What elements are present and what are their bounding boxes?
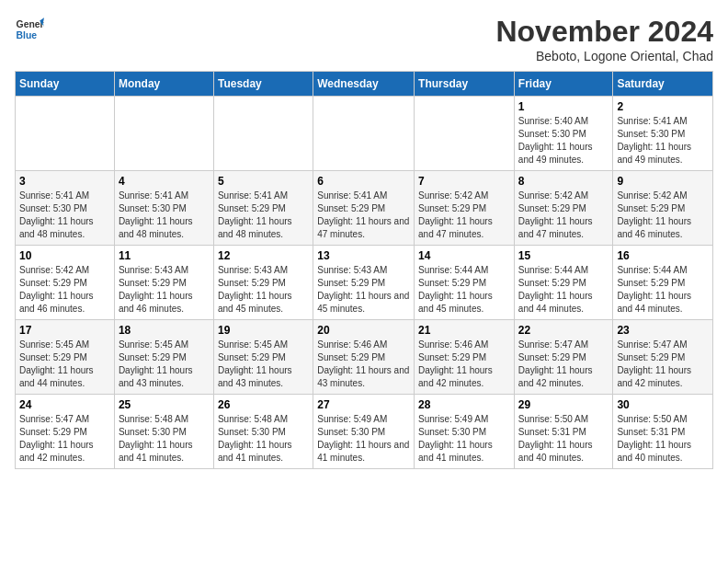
day-number: 20 <box>317 324 410 337</box>
day-info: Sunrise: 5:44 AM Sunset: 5:29 PM Dayligh… <box>617 264 709 316</box>
calendar-body: 1Sunrise: 5:40 AM Sunset: 5:30 PM Daylig… <box>16 97 713 469</box>
day-number: 3 <box>19 175 110 188</box>
header-cell-wednesday: Wednesday <box>313 72 415 97</box>
day-number: 5 <box>218 175 309 188</box>
day-cell: 2Sunrise: 5:41 AM Sunset: 5:30 PM Daylig… <box>613 97 713 171</box>
day-number: 14 <box>418 249 510 262</box>
day-number: 16 <box>617 249 709 262</box>
day-cell: 5Sunrise: 5:41 AM Sunset: 5:29 PM Daylig… <box>213 171 313 246</box>
header-cell-thursday: Thursday <box>415 72 515 97</box>
header-cell-friday: Friday <box>514 72 613 97</box>
day-cell: 20Sunrise: 5:46 AM Sunset: 5:29 PM Dayli… <box>313 320 415 395</box>
day-cell <box>114 97 213 171</box>
day-cell: 9Sunrise: 5:42 AM Sunset: 5:29 PM Daylig… <box>613 171 713 246</box>
day-cell: 11Sunrise: 5:43 AM Sunset: 5:29 PM Dayli… <box>114 246 213 320</box>
svg-text:General: General <box>17 19 44 29</box>
svg-text:Blue: Blue <box>17 30 38 40</box>
day-number: 1 <box>518 100 609 113</box>
day-cell: 15Sunrise: 5:44 AM Sunset: 5:29 PM Dayli… <box>514 246 613 320</box>
day-info: Sunrise: 5:49 AM Sunset: 5:30 PM Dayligh… <box>317 413 410 465</box>
day-number: 8 <box>518 175 609 188</box>
day-number: 29 <box>518 398 609 411</box>
day-number: 21 <box>418 324 510 337</box>
day-info: Sunrise: 5:48 AM Sunset: 5:30 PM Dayligh… <box>119 413 210 465</box>
day-cell: 10Sunrise: 5:42 AM Sunset: 5:29 PM Dayli… <box>16 246 115 320</box>
day-cell: 21Sunrise: 5:46 AM Sunset: 5:29 PM Dayli… <box>415 320 515 395</box>
day-cell: 12Sunrise: 5:43 AM Sunset: 5:29 PM Dayli… <box>213 246 313 320</box>
day-info: Sunrise: 5:42 AM Sunset: 5:29 PM Dayligh… <box>418 190 510 241</box>
day-number: 12 <box>218 249 309 262</box>
day-info: Sunrise: 5:47 AM Sunset: 5:29 PM Dayligh… <box>518 339 609 390</box>
day-number: 30 <box>617 398 709 411</box>
day-number: 4 <box>119 175 210 188</box>
day-number: 2 <box>617 100 709 113</box>
day-info: Sunrise: 5:41 AM Sunset: 5:29 PM Dayligh… <box>317 190 410 241</box>
day-cell <box>213 97 313 171</box>
day-info: Sunrise: 5:45 AM Sunset: 5:29 PM Dayligh… <box>218 339 309 390</box>
day-cell: 6Sunrise: 5:41 AM Sunset: 5:29 PM Daylig… <box>313 171 415 246</box>
day-cell: 16Sunrise: 5:44 AM Sunset: 5:29 PM Dayli… <box>613 246 713 320</box>
calendar-table: SundayMondayTuesdayWednesdayThursdayFrid… <box>15 71 713 469</box>
day-info: Sunrise: 5:42 AM Sunset: 5:29 PM Dayligh… <box>518 190 609 241</box>
week-row-2: 3Sunrise: 5:41 AM Sunset: 5:30 PM Daylig… <box>16 171 713 246</box>
day-cell: 29Sunrise: 5:50 AM Sunset: 5:31 PM Dayli… <box>514 395 613 469</box>
day-cell: 23Sunrise: 5:47 AM Sunset: 5:29 PM Dayli… <box>613 320 713 395</box>
day-cell <box>415 97 515 171</box>
day-number: 27 <box>317 398 410 411</box>
day-info: Sunrise: 5:45 AM Sunset: 5:29 PM Dayligh… <box>119 339 210 390</box>
day-info: Sunrise: 5:41 AM Sunset: 5:30 PM Dayligh… <box>119 190 210 241</box>
day-number: 19 <box>218 324 309 337</box>
day-cell: 3Sunrise: 5:41 AM Sunset: 5:30 PM Daylig… <box>16 171 115 246</box>
day-number: 17 <box>19 324 110 337</box>
day-info: Sunrise: 5:43 AM Sunset: 5:29 PM Dayligh… <box>218 264 309 316</box>
day-info: Sunrise: 5:50 AM Sunset: 5:31 PM Dayligh… <box>617 413 709 465</box>
day-info: Sunrise: 5:44 AM Sunset: 5:29 PM Dayligh… <box>418 264 510 316</box>
day-cell: 4Sunrise: 5:41 AM Sunset: 5:30 PM Daylig… <box>114 171 213 246</box>
day-number: 22 <box>518 324 609 337</box>
day-info: Sunrise: 5:45 AM Sunset: 5:29 PM Dayligh… <box>19 339 110 390</box>
day-cell: 17Sunrise: 5:45 AM Sunset: 5:29 PM Dayli… <box>16 320 115 395</box>
day-info: Sunrise: 5:43 AM Sunset: 5:29 PM Dayligh… <box>119 264 210 316</box>
logo: General Blue <box>15 15 44 44</box>
week-row-5: 24Sunrise: 5:47 AM Sunset: 5:29 PM Dayli… <box>16 395 713 469</box>
day-info: Sunrise: 5:41 AM Sunset: 5:30 PM Dayligh… <box>19 190 110 241</box>
day-cell: 27Sunrise: 5:49 AM Sunset: 5:30 PM Dayli… <box>313 395 415 469</box>
header-cell-saturday: Saturday <box>613 72 713 97</box>
day-cell: 18Sunrise: 5:45 AM Sunset: 5:29 PM Dayli… <box>114 320 213 395</box>
week-row-1: 1Sunrise: 5:40 AM Sunset: 5:30 PM Daylig… <box>16 97 713 171</box>
day-info: Sunrise: 5:41 AM Sunset: 5:29 PM Dayligh… <box>218 190 309 241</box>
day-cell: 26Sunrise: 5:48 AM Sunset: 5:30 PM Dayli… <box>213 395 313 469</box>
day-info: Sunrise: 5:47 AM Sunset: 5:29 PM Dayligh… <box>19 413 110 465</box>
header-cell-monday: Monday <box>114 72 213 97</box>
day-info: Sunrise: 5:49 AM Sunset: 5:30 PM Dayligh… <box>418 413 510 465</box>
day-number: 10 <box>19 249 110 262</box>
day-cell <box>16 97 115 171</box>
day-number: 18 <box>119 324 210 337</box>
day-info: Sunrise: 5:47 AM Sunset: 5:29 PM Dayligh… <box>617 339 709 390</box>
day-number: 13 <box>317 249 410 262</box>
week-row-3: 10Sunrise: 5:42 AM Sunset: 5:29 PM Dayli… <box>16 246 713 320</box>
day-info: Sunrise: 5:48 AM Sunset: 5:30 PM Dayligh… <box>218 413 309 465</box>
day-number: 25 <box>119 398 210 411</box>
day-number: 26 <box>218 398 309 411</box>
day-info: Sunrise: 5:41 AM Sunset: 5:30 PM Dayligh… <box>617 115 709 167</box>
day-number: 24 <box>19 398 110 411</box>
day-number: 28 <box>418 398 510 411</box>
day-number: 15 <box>518 249 609 262</box>
day-cell: 24Sunrise: 5:47 AM Sunset: 5:29 PM Dayli… <box>16 395 115 469</box>
location-title: Beboto, Logone Oriental, Chad <box>495 49 713 63</box>
day-info: Sunrise: 5:43 AM Sunset: 5:29 PM Dayligh… <box>317 264 410 316</box>
day-info: Sunrise: 5:44 AM Sunset: 5:29 PM Dayligh… <box>518 264 609 316</box>
day-info: Sunrise: 5:42 AM Sunset: 5:29 PM Dayligh… <box>19 264 110 316</box>
header: General Blue November 2024 Beboto, Logon… <box>15 15 713 63</box>
day-cell: 8Sunrise: 5:42 AM Sunset: 5:29 PM Daylig… <box>514 171 613 246</box>
day-cell: 7Sunrise: 5:42 AM Sunset: 5:29 PM Daylig… <box>415 171 515 246</box>
day-cell <box>313 97 415 171</box>
day-cell: 30Sunrise: 5:50 AM Sunset: 5:31 PM Dayli… <box>613 395 713 469</box>
day-number: 6 <box>317 175 410 188</box>
header-row: SundayMondayTuesdayWednesdayThursdayFrid… <box>16 72 713 97</box>
day-number: 11 <box>119 249 210 262</box>
day-number: 9 <box>617 175 709 188</box>
day-info: Sunrise: 5:42 AM Sunset: 5:29 PM Dayligh… <box>617 190 709 241</box>
day-cell: 25Sunrise: 5:48 AM Sunset: 5:30 PM Dayli… <box>114 395 213 469</box>
